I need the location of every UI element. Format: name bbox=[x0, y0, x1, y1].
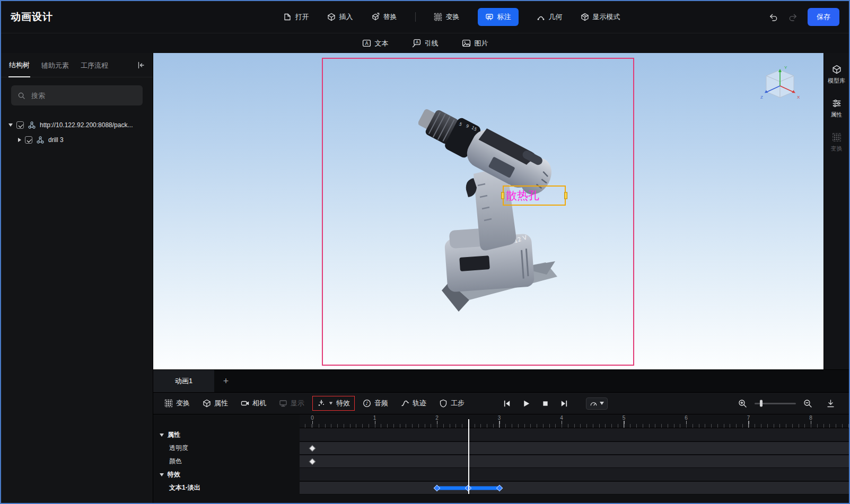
transform-panel-button[interactable]: 变换 bbox=[831, 132, 843, 153]
display-mode-button[interactable]: 显示模式 bbox=[581, 12, 620, 22]
annotate-label: 标注 bbox=[497, 12, 511, 22]
main-area: 12 V 5915 bbox=[153, 53, 849, 503]
timeline-row-label[interactable]: 特效 bbox=[153, 468, 300, 481]
caret-right-icon[interactable] bbox=[18, 138, 21, 142]
tab-structure-tree[interactable]: 结构树 bbox=[8, 53, 30, 77]
tl-camera-button[interactable]: 相机 bbox=[236, 396, 271, 411]
annotation-text[interactable]: 散热孔 bbox=[504, 187, 539, 205]
caret-down-icon[interactable] bbox=[160, 473, 164, 476]
timeline-lane[interactable] bbox=[300, 441, 849, 455]
caret-down-icon[interactable] bbox=[160, 434, 164, 437]
tl-audio-button[interactable]: ♪ 音频 bbox=[358, 396, 393, 411]
text-tool-button[interactable]: A 文本 bbox=[362, 39, 389, 48]
replace-button[interactable]: 替换 bbox=[371, 12, 397, 22]
stop-button[interactable] bbox=[541, 400, 549, 408]
tree-row-drill[interactable]: drill 3 bbox=[1, 132, 153, 147]
tl-trajectory-button[interactable]: 轨迹 bbox=[396, 396, 431, 411]
insert-label: 插入 bbox=[339, 12, 353, 22]
insert-button[interactable]: 插入 bbox=[327, 12, 353, 22]
tl-properties-button[interactable]: 属性 bbox=[198, 396, 233, 411]
transform-dots-icon bbox=[832, 132, 842, 142]
search-input[interactable] bbox=[30, 91, 136, 100]
timeline-row-label[interactable]: 属性 bbox=[153, 428, 300, 441]
tab-auxiliary-elements[interactable]: 辅助元素 bbox=[41, 54, 69, 77]
tl-properties-label: 属性 bbox=[214, 399, 228, 408]
right-panel-strip: 模型库 属性 变换 bbox=[823, 53, 849, 369]
collapse-sidebar-button[interactable] bbox=[137, 61, 145, 69]
annotate-button[interactable]: 标注 bbox=[478, 8, 519, 26]
step-back-button[interactable] bbox=[502, 399, 511, 408]
timeline-lane[interactable] bbox=[300, 481, 849, 494]
ruler-second-label: 2 bbox=[435, 415, 439, 421]
viewport-row: 12 V 5915 bbox=[153, 53, 849, 369]
scene-node-icon bbox=[36, 136, 45, 144]
model-library-button[interactable]: 模型库 bbox=[828, 65, 845, 85]
animation-tab[interactable]: 动画1 bbox=[153, 370, 214, 392]
download-icon bbox=[826, 399, 835, 408]
camera-icon bbox=[241, 399, 249, 408]
playhead[interactable] bbox=[468, 419, 469, 494]
package-checkbox[interactable] bbox=[16, 121, 24, 129]
annotation-box[interactable]: 散热孔 bbox=[503, 185, 566, 206]
caret-down-icon[interactable] bbox=[8, 123, 13, 127]
keyframe-diamond[interactable] bbox=[309, 458, 316, 465]
geometry-arc-icon bbox=[537, 13, 545, 21]
image-tool-button[interactable]: 图片 bbox=[462, 39, 488, 48]
tl-effects-button[interactable]: 特效 bbox=[312, 396, 355, 411]
ruler-second-label: 3 bbox=[498, 415, 501, 421]
main-toolbar: 打开 插入 替换 变换 标注 几何 bbox=[283, 8, 620, 26]
leader-tool-button[interactable]: A 引线 bbox=[412, 39, 439, 48]
tree-node-label: http://10.122.92.200:8088/pack... bbox=[40, 121, 133, 129]
geometry-button[interactable]: 几何 bbox=[537, 12, 563, 22]
ruler-second-label: 8 bbox=[809, 415, 812, 421]
timeline-tabs: 动画1 + bbox=[153, 370, 849, 392]
timeline-lane[interactable] bbox=[300, 455, 849, 468]
effects-dropdown-caret-icon[interactable] bbox=[329, 402, 332, 405]
effects-sparkle-icon bbox=[317, 399, 326, 408]
redo-button[interactable] bbox=[788, 12, 798, 22]
animation-tab-label: 动画1 bbox=[175, 376, 192, 386]
transform-button[interactable]: 变换 bbox=[434, 12, 460, 22]
display-mode-label: 显示模式 bbox=[593, 12, 620, 22]
zoom-in-button[interactable] bbox=[738, 399, 747, 408]
text-box-icon: A bbox=[362, 39, 371, 48]
timeline-ruler[interactable]: 012345678 bbox=[300, 414, 849, 428]
tree-row-package[interactable]: http://10.122.92.200:8088/pack... bbox=[1, 118, 153, 132]
svg-text:♪: ♪ bbox=[365, 401, 368, 406]
step-forward-button[interactable] bbox=[560, 399, 569, 408]
properties-panel-button[interactable]: 属性 bbox=[831, 99, 843, 119]
viewport-3d[interactable]: 12 V 5915 bbox=[153, 53, 823, 369]
tab-process-flow[interactable]: 工序流程 bbox=[80, 54, 109, 77]
timeline-zoom-slider[interactable] bbox=[755, 403, 796, 404]
open-button[interactable]: 打开 bbox=[283, 12, 309, 22]
search-box[interactable] bbox=[11, 85, 143, 105]
timeline-row-label: 文本1-淡出 bbox=[153, 481, 300, 494]
zoom-out-button[interactable] bbox=[803, 399, 812, 408]
tl-transform-button[interactable]: 变换 bbox=[160, 396, 195, 411]
keyframe-diamond[interactable] bbox=[309, 445, 316, 452]
audio-note-icon: ♪ bbox=[363, 399, 371, 408]
timeline-lane[interactable] bbox=[300, 428, 849, 441]
text-tool-label: 文本 bbox=[375, 39, 389, 48]
properties-sliders-icon bbox=[832, 99, 842, 108]
tl-workstep-button[interactable]: 工步 bbox=[434, 396, 469, 411]
download-button[interactable] bbox=[826, 399, 835, 408]
drill-model[interactable]: 12 V 5915 bbox=[418, 106, 668, 334]
zoom-slider-knob[interactable] bbox=[760, 400, 763, 407]
annotation-handle-left[interactable] bbox=[501, 192, 504, 199]
gizmo-z-label: Z bbox=[760, 95, 763, 100]
drill-checkbox[interactable] bbox=[25, 136, 32, 144]
ruler-second-label: 4 bbox=[560, 415, 563, 421]
annotation-handle-right[interactable] bbox=[564, 192, 567, 199]
undo-icon bbox=[768, 12, 778, 22]
playback-speed-button[interactable] bbox=[586, 397, 608, 410]
timeline-panel: 动画1 + 变换 属性 相机 bbox=[153, 369, 849, 503]
timeline-lane[interactable] bbox=[300, 468, 849, 481]
timeline-row-label: 透明度 bbox=[153, 441, 300, 455]
tl-display-button[interactable]: 显示 bbox=[274, 396, 309, 411]
undo-button[interactable] bbox=[768, 12, 778, 22]
add-animation-button[interactable]: + bbox=[214, 370, 238, 392]
orientation-gizmo[interactable]: Y X Z bbox=[758, 64, 802, 111]
play-button[interactable] bbox=[522, 399, 531, 408]
save-button[interactable]: 保存 bbox=[808, 8, 839, 26]
